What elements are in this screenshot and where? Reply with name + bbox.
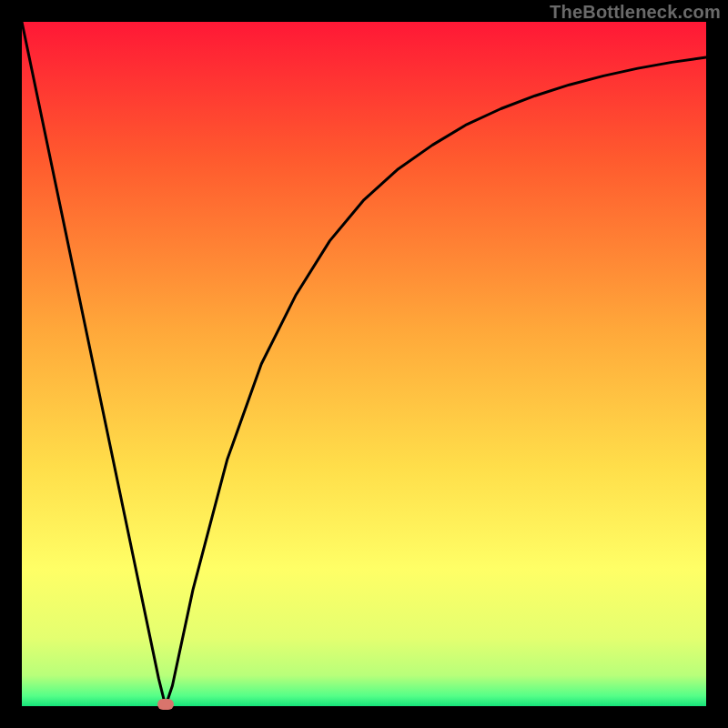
gradient-background — [22, 22, 706, 706]
minimum-marker — [157, 699, 174, 710]
bottleneck-chart — [22, 22, 706, 706]
watermark-text: TheBottleneck.com — [550, 2, 721, 23]
plot-area — [22, 22, 706, 706]
